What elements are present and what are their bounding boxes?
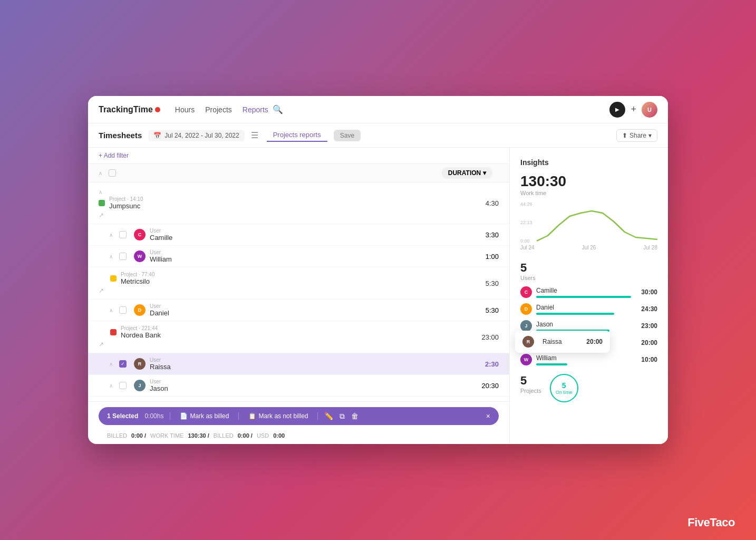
share-button[interactable]: ⬆ Share ▾ xyxy=(616,129,657,142)
user-bar-time: 30:00 xyxy=(635,288,657,296)
play-button[interactable]: ▶ xyxy=(609,102,625,118)
user-checkbox[interactable] xyxy=(119,382,127,389)
chart-x-0: Jul 24 xyxy=(520,245,535,250)
project-details: Project · 221:44 Nordea Bank xyxy=(121,325,161,339)
avatar[interactable]: U xyxy=(642,102,657,118)
share-label: Share xyxy=(629,132,646,139)
expand-all-icon[interactable]: ∧ xyxy=(99,170,102,176)
expand-icon[interactable]: ∧ xyxy=(109,254,113,259)
duration-sort-button[interactable]: DURATION ▾ xyxy=(442,167,492,179)
user-bar-name: Camille xyxy=(536,287,631,294)
delete-icon[interactable]: 🗑 xyxy=(351,412,358,420)
external-link-icon[interactable]: ↗ xyxy=(99,287,104,294)
selection-action-bar: 1 Selected 0:00hs 📄 Mark as billed 📋 Mar… xyxy=(99,407,499,425)
user-bar-track xyxy=(536,363,567,365)
nav: Hours Projects Reports xyxy=(175,105,268,114)
logo-dot xyxy=(155,107,160,112)
divider xyxy=(170,412,170,420)
project-details: Project · 77:40 Metricsilo xyxy=(121,272,154,285)
select-all-checkbox[interactable] xyxy=(109,169,116,177)
expand-icon[interactable]: ∧ xyxy=(109,383,113,389)
tab-projects-reports[interactable]: Projects reports xyxy=(267,129,327,142)
expand-icon[interactable]: ∧ xyxy=(109,232,113,238)
copy-icon[interactable]: ⧉ xyxy=(340,412,345,421)
user-info: User Jason xyxy=(150,379,168,392)
nav-reports[interactable]: Reports xyxy=(243,105,268,114)
search-icon[interactable]: 🔍 xyxy=(273,104,283,114)
project-info: Project · 221:44 Nordea Bank xyxy=(110,325,435,339)
user-info: User William xyxy=(150,249,172,263)
close-button[interactable]: × xyxy=(486,412,490,420)
expand-icon[interactable]: ∧ xyxy=(99,189,102,195)
user-row: ∧ D User Daniel 5:30 xyxy=(88,300,509,321)
selected-count: 1 Selected xyxy=(107,412,138,420)
project-details: Project · 14:10 Jumpsunc xyxy=(109,196,143,210)
edit-icon[interactable]: ✏️ xyxy=(324,412,333,420)
project-name: Jumpsunc xyxy=(109,202,143,210)
tooltip-avatar: R xyxy=(522,336,534,348)
on-time-count: 5 xyxy=(562,381,566,390)
mark-not-billed-button[interactable]: 📋 Mark as not billed xyxy=(245,411,311,421)
user-bar-name: William xyxy=(536,354,631,362)
user-bar-name: Daniel xyxy=(536,304,631,311)
user-checkbox[interactable] xyxy=(119,231,127,238)
user-name: Camille xyxy=(150,234,172,242)
user-name: William xyxy=(150,255,172,263)
date-range[interactable]: 📅 Jul 24, 2022 - Jul 30, 2022 xyxy=(148,130,244,141)
mark-billed-button[interactable]: 📄 Mark as billed xyxy=(177,411,232,421)
project-name: Nordea Bank xyxy=(121,331,161,339)
right-panel: Insights 130:30 Work time 44:26 22:13 0:… xyxy=(510,148,668,444)
user-bar-info: Jason xyxy=(536,321,631,332)
header-col-duration: DURATION ▾ xyxy=(435,167,499,179)
user-bar-track xyxy=(536,313,614,315)
external-link-icon[interactable]: ↗ xyxy=(99,341,104,348)
users-count: 5 xyxy=(520,261,657,275)
user-bar-name: Jason xyxy=(536,321,631,328)
billed2-label: BILLED xyxy=(214,432,234,439)
project-color xyxy=(110,275,117,282)
user-bar-time: 23:00 xyxy=(635,322,657,330)
user-checkbox[interactable] xyxy=(119,306,127,314)
billed-val: 0:00 / xyxy=(131,432,146,439)
fivetaco-branding: FiveTaco xyxy=(687,516,735,529)
billed2-val: 0:00 / xyxy=(238,432,253,439)
date-range-text: Jul 24, 2022 - Jul 30, 2022 xyxy=(164,132,239,139)
user-row: ∧ J User Jason 20:30 xyxy=(88,375,509,397)
projects-label: Projects xyxy=(520,388,541,394)
user-bar-track xyxy=(536,296,631,298)
insights-title: Insights xyxy=(520,158,657,167)
header: TrackingTime Hours Projects Reports 🔍 ▶ … xyxy=(88,96,668,123)
totals-row: BILLED 0:00 / WORK TIME 130:30 / BILLED … xyxy=(99,428,499,439)
hamburger-icon[interactable]: ☰ xyxy=(251,130,258,140)
add-button[interactable]: + xyxy=(631,104,636,115)
nav-projects[interactable]: Projects xyxy=(205,105,232,114)
save-button[interactable]: Save xyxy=(334,130,361,141)
chart-x-1: Jul 26 xyxy=(582,245,596,250)
user-row: ∧ W User William 1:00 xyxy=(88,246,509,267)
toolbar: Timesheets 📅 Jul 24, 2022 - Jul 30, 2022… xyxy=(88,123,668,148)
project-info: Project · 14:10 Jumpsunc xyxy=(99,196,435,210)
user-checkbox[interactable]: ✓ xyxy=(119,360,127,368)
user-checkbox[interactable] xyxy=(119,253,127,260)
user-label: User xyxy=(150,228,172,234)
nav-hours[interactable]: Hours xyxy=(175,105,195,114)
tooltip-name: Raissa xyxy=(542,338,562,345)
divider xyxy=(238,412,239,420)
user-info: User Camille xyxy=(150,228,172,242)
external-link-icon[interactable]: ↗ xyxy=(99,211,104,219)
project-duration: 4:30 xyxy=(435,199,499,207)
expand-icon[interactable]: ∧ xyxy=(109,361,113,367)
user-info: User Daniel xyxy=(150,303,169,317)
not-billed-icon: 📋 xyxy=(248,412,256,420)
report-tabs: Projects reports xyxy=(267,129,327,142)
add-filter-button[interactable]: + Add filter xyxy=(88,148,509,164)
usd-val: 0:00 xyxy=(273,432,285,439)
user-label: User xyxy=(150,379,168,384)
projects-count: 5 xyxy=(520,374,541,388)
user-main: ∧ ✓ R User Raissa xyxy=(109,357,435,371)
user-bar-daniel: D Daniel 24:30 xyxy=(520,303,657,315)
user-bar-time: 24:30 xyxy=(635,305,657,313)
expand-icon[interactable]: ∧ xyxy=(109,307,113,313)
divider xyxy=(317,412,318,420)
project-row: Project · 77:40 Metricsilo ↗ 5:30 xyxy=(88,267,509,300)
